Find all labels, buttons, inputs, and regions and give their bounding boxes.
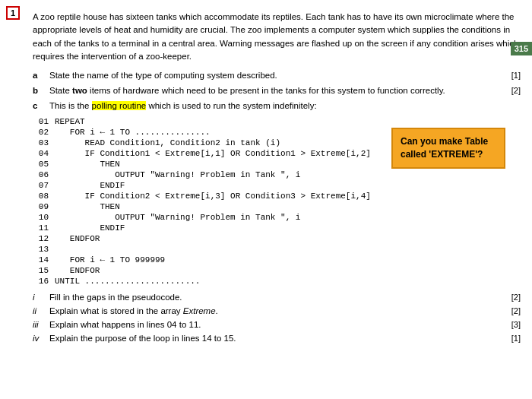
line-code: FOR i ← 1 TO 999999 xyxy=(52,255,374,265)
code-line: 13 xyxy=(33,244,374,255)
line-number: 03 xyxy=(33,138,52,148)
line-number: 07 xyxy=(33,180,52,191)
code-table: 01REPEAT02 FOR i ← 1 TO ...............0… xyxy=(33,116,374,287)
sub-q-marks-i: [2] xyxy=(511,293,521,302)
line-number: 04 xyxy=(33,148,52,159)
sub-label-a: a xyxy=(33,71,49,80)
sub-question-a: a State the name of the type of computin… xyxy=(33,71,521,80)
code-line: 14 FOR i ← 1 TO 999999 xyxy=(33,255,374,265)
sub-q-marks-ii: [2] xyxy=(511,306,521,315)
line-code: IF Condition2 < Extreme[i,3] OR Conditio… xyxy=(52,191,374,201)
line-code: ENDFOR xyxy=(52,265,374,276)
line-code: THEN xyxy=(52,201,374,212)
line-number: 09 xyxy=(33,201,52,212)
intro-section: A zoo reptile house has sixteen tanks wh… xyxy=(33,11,521,110)
polling-routine-highlight: polling routine xyxy=(92,101,147,110)
question-number: 1 xyxy=(6,6,20,20)
line-code: READ Condition1, Condition2 in tank (i) xyxy=(52,138,374,148)
line-code xyxy=(52,244,374,255)
sub-roman-label-ii: ii xyxy=(33,306,49,315)
sub-q-text-iii: Explain what happens in lines 04 to 11. xyxy=(49,320,504,329)
code-line: 10 OUTPUT "Warning! Problem in Tank ", i xyxy=(33,212,374,223)
code-line: 04 IF Condition1 < Extreme[i,1] OR Condi… xyxy=(33,148,374,159)
page-number-badge: 315 xyxy=(511,42,532,55)
line-code: IF Condition1 < Extreme[i,1] OR Conditio… xyxy=(52,148,374,159)
sub-q-marks-iv: [1] xyxy=(511,334,521,343)
sub-question-ii: iiExplain what is stored in the array Ex… xyxy=(33,306,521,315)
line-code: ENDIF xyxy=(52,180,374,191)
code-line: 16UNTIL ....................... xyxy=(33,276,374,287)
sub-label-c: c xyxy=(33,101,49,110)
code-line: 01REPEAT xyxy=(33,116,374,127)
code-line: 11 ENDIF xyxy=(33,223,374,233)
italic-word-extreme: Extreme xyxy=(183,306,216,315)
page-container: 1 315 A zoo reptile house has sixteen ta… xyxy=(0,0,532,399)
sub-question-c: c This is the polling routine which is u… xyxy=(33,101,521,110)
sub-q-text-ii: Explain what is stored in the array Extr… xyxy=(49,306,504,315)
line-code: REPEAT xyxy=(52,116,374,127)
intro-text: A zoo reptile house has sixteen tanks wh… xyxy=(33,11,521,63)
code-section: 01REPEAT02 FOR i ← 1 TO ...............0… xyxy=(33,116,521,287)
code-line: 07 ENDIF xyxy=(33,180,374,191)
sub-roman-label-iv: iv xyxy=(33,334,49,343)
line-number: 08 xyxy=(33,191,52,201)
line-number: 06 xyxy=(33,169,52,180)
sub-question-i: iFill in the gaps in the pseudocode.[2] xyxy=(33,293,521,302)
line-code: ENDIF xyxy=(52,223,374,233)
code-line: 09 THEN xyxy=(33,201,374,212)
line-number: 12 xyxy=(33,233,52,244)
sub-q-text-i: Fill in the gaps in the pseudocode. xyxy=(49,293,504,302)
sub-question-b: b State two items of hardware which need… xyxy=(33,86,521,95)
line-code: THEN xyxy=(52,159,374,169)
code-line: 12 ENDFOR xyxy=(33,233,374,244)
line-number: 16 xyxy=(33,276,52,287)
line-number: 02 xyxy=(33,127,52,138)
code-line: 02 FOR i ← 1 TO ............... xyxy=(33,127,374,138)
line-number: 13 xyxy=(33,244,52,255)
line-code: OUTPUT "Warning! Problem in Tank ", i xyxy=(52,212,374,223)
line-number: 05 xyxy=(33,159,52,169)
sub-roman-label-i: i xyxy=(33,293,49,302)
code-line: 15 ENDFOR xyxy=(33,265,374,276)
line-number: 10 xyxy=(33,212,52,223)
sub-roman-label-iii: iii xyxy=(33,320,49,329)
line-code: OUTPUT "Warning! Problem in Tank ", i xyxy=(52,169,374,180)
marks-b: [2] xyxy=(511,86,521,95)
line-number: 01 xyxy=(33,116,52,127)
code-line: 06 OUTPUT "Warning! Problem in Tank ", i xyxy=(33,169,374,180)
sub-questions-section: iFill in the gaps in the pseudocode.[2]i… xyxy=(33,293,521,343)
sub-q-text-iv: Explain the purpose of the loop in lines… xyxy=(49,334,504,343)
sub-question-iii: iiiExplain what happens in lines 04 to 1… xyxy=(33,320,521,329)
line-number: 11 xyxy=(33,223,52,233)
sub-text-c: This is the polling routine which is use… xyxy=(49,101,521,110)
sub-text-b: State two items of hardware which need t… xyxy=(49,86,504,95)
sub-question-iv: ivExplain the purpose of the loop in lin… xyxy=(33,334,521,343)
code-line: 05 THEN xyxy=(33,159,374,169)
sub-label-b: b xyxy=(33,86,49,95)
line-code: UNTIL ....................... xyxy=(52,276,374,287)
line-code: ENDFOR xyxy=(52,233,374,244)
line-number: 14 xyxy=(33,255,52,265)
tooltip-box: Can you make Table called 'EXTREME'? xyxy=(391,128,505,169)
sub-text-a: State the name of the type of computing … xyxy=(49,71,504,80)
line-number: 15 xyxy=(33,265,52,276)
tooltip-text: Can you make Table called 'EXTREME'? xyxy=(401,136,488,160)
sub-q-marks-iii: [3] xyxy=(511,320,521,329)
marks-a: [1] xyxy=(511,71,521,80)
bold-two: two xyxy=(72,86,87,95)
code-line: 08 IF Condition2 < Extreme[i,3] OR Condi… xyxy=(33,191,374,201)
code-line: 03 READ Condition1, Condition2 in tank (… xyxy=(33,138,374,148)
line-code: FOR i ← 1 TO ............... xyxy=(52,127,374,138)
